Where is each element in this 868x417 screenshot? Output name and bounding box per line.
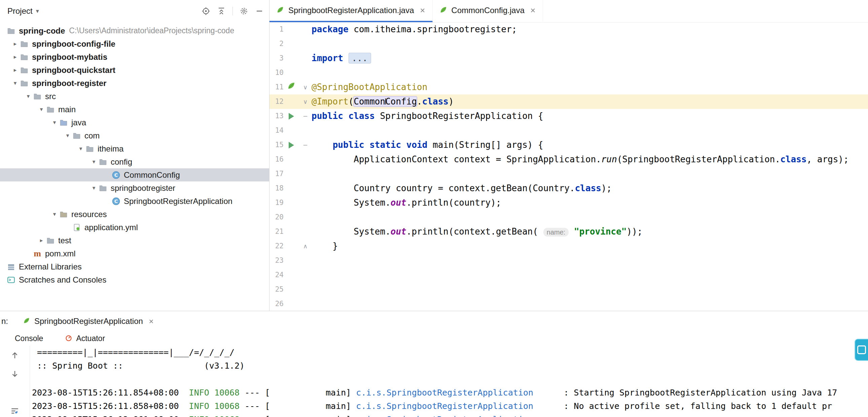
tree-item-external-libraries[interactable]: External Libraries — [0, 260, 269, 273]
tree-item-springboot-mybatis[interactable]: ▸springboot-mybatis — [0, 50, 269, 64]
console-line: :: Spring Boot :: (v3.1.2) — [32, 359, 868, 373]
tree-item-config[interactable]: ▾config — [0, 155, 269, 168]
tree-item-test[interactable]: ▸test — [0, 234, 269, 247]
project-view-selector[interactable]: Project ▾ — [7, 6, 39, 16]
chevron-expanded-icon[interactable]: ▾ — [90, 184, 98, 192]
tree-item-label: src — [45, 92, 56, 101]
fold-marker-icon[interactable]: ∨ — [299, 80, 312, 95]
chevron-expanded-icon[interactable]: ▾ — [24, 93, 32, 100]
gear-icon[interactable] — [240, 7, 248, 15]
project-panel-header: Project ▾ — [0, 0, 269, 22]
code-token: class — [422, 97, 448, 106]
fold-marker-icon[interactable]: − — [299, 138, 312, 152]
tree-item-application-yml[interactable]: application.yml — [0, 221, 269, 234]
editor-tab-commonconfig-java[interactable]: CommonConfig.java — [433, 0, 543, 22]
chevron-expanded-icon[interactable]: ▾ — [11, 80, 19, 87]
chevron-collapsed-icon[interactable]: ▸ — [37, 237, 45, 244]
chevron-expanded-icon[interactable]: ▾ — [90, 158, 98, 165]
code-token: )); — [627, 227, 643, 237]
gutter-cell — [284, 282, 299, 297]
code-text — [312, 210, 868, 224]
code-text — [312, 66, 868, 80]
tree-item-pom-xml[interactable]: mpom.xml — [0, 247, 269, 260]
class-icon: C — [111, 171, 121, 179]
tab-console[interactable]: Console — [15, 334, 43, 343]
fold-marker-icon[interactable]: − — [299, 109, 312, 123]
code-line-22: 22∧ } — [270, 239, 868, 253]
code-token: ... — [348, 53, 371, 64]
run-line-icon[interactable] — [289, 142, 294, 148]
editor-tab-bar: SpringbootRegisterApplication.java Commo… — [270, 0, 868, 23]
tree-item-commonconfig[interactable]: CCommonConfig — [0, 168, 269, 181]
tree-item-scratches-and-consoles[interactable]: Scratches and Consoles — [0, 273, 269, 286]
tree-item-main[interactable]: ▾main — [0, 103, 269, 116]
svg-text:C: C — [114, 172, 118, 178]
fold-column — [299, 66, 312, 80]
chevron-expanded-icon[interactable]: ▾ — [64, 132, 72, 139]
scroll-up-icon[interactable] — [10, 351, 19, 360]
tree-item-springboot-config-file[interactable]: ▸springboot-config-file — [0, 37, 269, 50]
run-line-icon[interactable] — [289, 113, 294, 119]
project-tree[interactable]: spring-codeC:\Users\Administrator\ideaPr… — [0, 22, 269, 286]
tree-item-label: itheima — [98, 144, 123, 153]
tree-item-java[interactable]: ▾java — [0, 116, 269, 129]
chevron-expanded-icon[interactable]: ▾ — [77, 145, 85, 152]
line-number: 20 — [270, 210, 284, 224]
code-line-18: 18 Country country = context.getBean(Cou… — [270, 181, 868, 196]
folder-icon — [85, 145, 95, 153]
actuator-icon — [65, 334, 73, 344]
tree-item-springbootregister[interactable]: ▾springbootregister — [0, 181, 269, 195]
soft-wrap-icon[interactable] — [10, 407, 19, 415]
fold-column — [299, 181, 312, 196]
spring-leaf-icon — [439, 6, 447, 15]
chevron-collapsed-icon[interactable]: ▸ — [11, 40, 19, 47]
chevron-collapsed-icon[interactable]: ▸ — [11, 67, 19, 74]
tree-item-itheima[interactable]: ▾itheima — [0, 142, 269, 155]
line-number: 22 — [270, 239, 284, 253]
close-icon[interactable] — [420, 7, 426, 13]
code-text — [312, 253, 868, 268]
console-output[interactable]: =========|_|==============|___/=/_/_/_/ … — [30, 346, 868, 417]
libs-icon — [6, 263, 16, 271]
chevron-collapsed-icon[interactable]: ▸ — [11, 54, 19, 61]
locate-file-icon[interactable] — [202, 7, 210, 15]
tree-item-spring-code[interactable]: spring-codeC:\Users\Administrator\ideaPr… — [0, 24, 269, 37]
run-configuration-tab[interactable]: SpringbootRegisterApplication — [23, 316, 154, 326]
spring-boot-run-icon[interactable] — [287, 80, 296, 95]
fold-column — [299, 297, 312, 311]
console-text: ] — [346, 388, 356, 397]
tree-item-com[interactable]: ▾com — [0, 129, 269, 142]
tree-item-src[interactable]: ▾src — [0, 90, 269, 103]
code-token: "province" — [574, 227, 627, 237]
collapse-all-icon[interactable] — [217, 7, 226, 15]
tree-item-resources[interactable]: ▾resources — [0, 208, 269, 221]
code-text: System.out.println(context.getBean( name… — [312, 224, 868, 239]
gutter-cell — [284, 239, 299, 253]
code-token: .println(country); — [406, 198, 501, 208]
fold-marker-icon[interactable]: ∧ — [299, 239, 312, 253]
console-text: --- [ — [240, 388, 270, 397]
chevron-expanded-icon[interactable]: ▾ — [51, 211, 59, 218]
tree-item-springbootregisterapplication[interactable]: CSpringbootRegisterApplication — [0, 195, 269, 208]
tree-item-label: springbootregister — [111, 183, 175, 193]
tree-item-label: config — [111, 157, 132, 167]
scroll-down-icon[interactable] — [10, 369, 19, 378]
close-icon[interactable] — [530, 7, 536, 13]
code-editor[interactable]: 1package com.itheima.springbootregister;… — [270, 22, 868, 311]
fold-marker-icon[interactable]: ∨ — [299, 95, 312, 109]
run-panel-label: n: — [1, 316, 8, 326]
tab-actuator[interactable]: Actuator — [65, 334, 105, 344]
chevron-expanded-icon[interactable]: ▾ — [51, 119, 59, 126]
floating-capture-button[interactable] — [855, 339, 868, 361]
log-level: INFO — [189, 388, 209, 397]
tree-item-springboot-register[interactable]: ▾springboot-register — [0, 77, 269, 90]
code-text: } — [312, 239, 868, 253]
editor-tab-springbootregisterapplication-java[interactable]: SpringbootRegisterApplication.java — [270, 0, 433, 22]
close-icon[interactable] — [148, 318, 154, 324]
tree-item-label: pom.xml — [45, 249, 76, 258]
hide-panel-icon[interactable] — [255, 7, 264, 15]
code-lines: 1package com.itheima.springbootregister;… — [270, 22, 868, 311]
tree-item-springboot-quickstart[interactable]: ▸springboot-quickstart — [0, 64, 269, 77]
chevron-expanded-icon[interactable]: ▾ — [37, 106, 45, 113]
tree-item-label: Scratches and Consoles — [19, 275, 106, 285]
